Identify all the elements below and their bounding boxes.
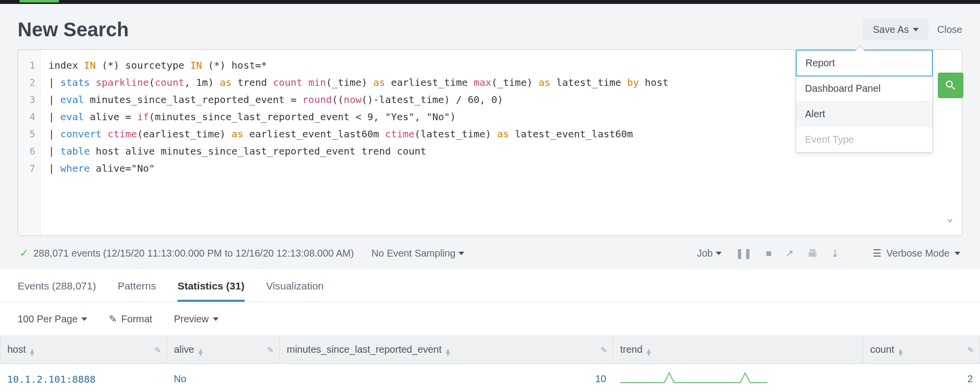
page-title: New Search (18, 19, 129, 41)
event-sampling-dropdown[interactable]: No Event Sampling (372, 248, 464, 259)
table-controls: 100 Per Page ✎ Format Preview (0, 302, 980, 336)
table-header-row: host▲▼✎ alive▲▼✎ minutes_since_last_repo… (0, 336, 980, 364)
count-cell: 2 (967, 373, 973, 384)
sort-icon: ▲▼ (29, 349, 36, 356)
caret-down-icon (913, 28, 919, 31)
pencil-icon[interactable]: ✎ (601, 345, 607, 355)
col-minutes[interactable]: minutes_since_last_reported_event▲▼✎ (280, 336, 613, 364)
tab-visualization[interactable]: Visualization (266, 280, 324, 302)
host-cell[interactable]: 10.1.2.101:8888 (7, 373, 96, 385)
app-topbar (0, 0, 980, 4)
status-bar: ✓ 288,071 events (12/15/20 11:13:00.000 … (18, 242, 962, 269)
alive-cell: No (174, 373, 187, 384)
col-alive[interactable]: alive▲▼✎ (167, 336, 280, 364)
search-mode-dropdown[interactable]: ☰ Verbose Mode (873, 247, 960, 259)
tab-statistics[interactable]: Statistics (31) (177, 280, 245, 302)
dropdown-item-dashboard[interactable]: Dashboard Panel (796, 76, 932, 102)
share-icon[interactable]: ↗ (785, 247, 794, 259)
tab-patterns[interactable]: Patterns (118, 280, 156, 302)
save-as-button[interactable]: Save As (863, 19, 928, 40)
format-button[interactable]: ✎ Format (109, 313, 152, 325)
caret-down-icon (81, 317, 87, 321)
col-trend[interactable]: trend▲▼ (613, 336, 863, 364)
sort-icon: ▲▼ (897, 349, 904, 356)
minutes-cell: 10 (595, 373, 606, 384)
close-button[interactable]: Close (937, 24, 962, 35)
download-icon[interactable]: ⤓ (831, 247, 839, 259)
run-search-button[interactable] (938, 73, 963, 98)
results-table: host▲▼✎ alive▲▼✎ minutes_since_last_repo… (0, 336, 980, 392)
caret-down-icon (955, 252, 960, 255)
search-icon (944, 79, 957, 92)
mode-icon: ☰ (873, 247, 881, 259)
sort-icon: ▲▼ (197, 349, 204, 356)
sort-icon: ▲▼ (646, 349, 653, 356)
dropdown-item-alert[interactable]: Alert (796, 102, 932, 127)
caret-down-icon (716, 252, 722, 255)
table-row[interactable]: 10.1.2.101:8888No102 (0, 364, 980, 392)
col-count[interactable]: count▲▼✎ (863, 336, 980, 364)
pencil-icon[interactable]: ✎ (267, 345, 274, 355)
preview-dropdown[interactable]: Preview (174, 314, 219, 325)
line-gutter: 1 2 3 4 5 6 7 (18, 50, 41, 235)
col-host[interactable]: host▲▼✎ (0, 336, 167, 364)
caret-down-icon (213, 317, 219, 321)
checkmark-icon: ✓ (20, 247, 28, 260)
pencil-icon: ✎ (109, 313, 117, 325)
stop-icon[interactable]: ■ (766, 248, 772, 259)
caret-down-icon (458, 252, 464, 255)
chevron-down-icon[interactable]: ⌄ (947, 209, 953, 227)
trend-cell (613, 364, 863, 392)
sparkline (620, 371, 767, 385)
pencil-icon[interactable]: ✎ (154, 345, 161, 355)
perpage-dropdown[interactable]: 100 Per Page (18, 314, 87, 325)
print-icon[interactable]: 🖶 (807, 248, 817, 259)
tab-events[interactable]: Events (288,071) (18, 280, 96, 302)
job-dropdown[interactable]: Job (697, 248, 722, 259)
events-summary: 288,071 events (12/15/20 11:13:00.000 PM… (33, 248, 354, 259)
result-tabs: Events (288,071) Patterns Statistics (31… (0, 269, 980, 302)
pause-icon[interactable]: ❚❚ (735, 247, 752, 259)
dropdown-item-event-type: Event Type (796, 127, 932, 152)
sort-icon: ▲▼ (445, 349, 452, 356)
save-as-label: Save As (873, 24, 908, 35)
page-header: New Search Save As Close Report Dashboar… (18, 19, 962, 41)
save-as-dropdown: Report Dashboard Panel Alert Event Type (796, 50, 933, 153)
pencil-icon[interactable]: ✎ (967, 345, 974, 355)
dropdown-item-report[interactable]: Report (796, 50, 933, 77)
